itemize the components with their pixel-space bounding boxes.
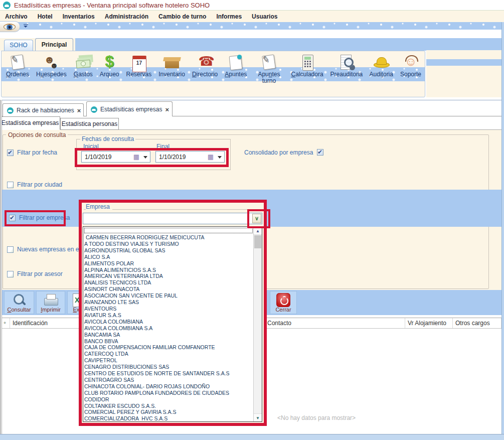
company-list-item[interactable]: CAJA DE COMPENSACION FAMILIAR COMFANORTE — [84, 344, 253, 351]
filtrar-empresa-checkbox[interactable] — [9, 215, 16, 221]
window-right-edge — [501, 22, 504, 434]
scroll-down-icon[interactable] — [254, 413, 262, 421]
menu-item[interactable]: Cambio de turno — [153, 13, 211, 20]
ribbon-button[interactable]: Directorio — [189, 51, 221, 78]
filtrar-ciudad-checkbox[interactable] — [7, 182, 14, 188]
company-list-item[interactable]: CENTROAGRO SAS — [84, 377, 253, 383]
company-list-item[interactable]: CENTRO DE ESTUDIOS DE NORTE DE SANTANDER… — [84, 370, 253, 377]
close-icon[interactable]: × — [165, 106, 169, 113]
menu-item[interactable]: Inventarios — [58, 13, 100, 20]
dropdown-arrow-icon[interactable] — [218, 156, 222, 161]
app-window: Estadísiticas empresas - Ventana princip… — [0, 0, 504, 440]
company-list-item[interactable]: CAVIPETROL — [84, 357, 253, 364]
toolbar-dropdown-arrow-icon[interactable] — [24, 24, 28, 28]
company-list-item[interactable]: CODIDOR — [84, 396, 253, 403]
empresa-combo-input[interactable] — [85, 214, 246, 223]
ribbon-button-label: Apuntes turno — [254, 71, 284, 84]
company-list-item[interactable]: A TODO DESTINO VIAJES Y TURISMO — [84, 241, 253, 247]
ribbon-button[interactable]: Reservas — [123, 51, 155, 78]
fecha-final-input[interactable] — [159, 153, 198, 161]
fecha-inicial-field[interactable] — [81, 151, 150, 163]
nuevas-empresas-checkbox[interactable] — [7, 246, 14, 253]
company-list-item[interactable]: COMERCIALIZADORA HVC S.A.S — [84, 415, 253, 421]
printer-icon — [43, 292, 59, 308]
ribbon-button[interactable]: Calculadora — [288, 51, 327, 78]
menu-item[interactable]: Hotel — [33, 13, 58, 20]
doc-tab-estadisticas[interactable]: Estadísiticas empresas × — [86, 101, 173, 117]
company-list-item[interactable]: CHINACOTA COLONIAL- DARIO ROJAS LONDOÑO — [84, 383, 253, 390]
menu-item[interactable]: Administración — [100, 13, 153, 20]
menu-item[interactable]: Usuarios — [247, 13, 282, 20]
consultar-button[interactable]: Consultar — [4, 291, 34, 314]
column-otros-cargos[interactable]: Otros cargos — [453, 318, 501, 328]
orders-notepad-icon — [9, 54, 26, 71]
consolidado-checkbox[interactable] — [317, 149, 323, 156]
company-list-item[interactable]: AVICOLA COLOMBIANA — [84, 319, 253, 325]
ribbon-button-label: Apuntes — [225, 71, 247, 78]
imprimir-button[interactable]: Imprimir — [36, 291, 65, 314]
empresa-combobox[interactable] — [83, 213, 262, 224]
company-list-item[interactable]: CENAGRO DISTRIBUCIONES SAS — [84, 364, 253, 370]
company-list-item[interactable]: CLUB ROTARIO PAMPLONA FUNDADORES DE CIUD… — [84, 390, 253, 396]
company-list-item[interactable]: ALIMENTOS POLAR — [84, 260, 253, 267]
scroll-up-icon[interactable] — [254, 227, 262, 235]
doc-tab-rack[interactable]: Rack de habitaciones × — [3, 103, 84, 117]
ribbon-button[interactable]: Apuntes turno — [250, 51, 287, 84]
company-list-item[interactable]: ASOCIACION SAN VICENTE DE PAUL — [84, 292, 253, 299]
filtrar-asesor-checkbox[interactable] — [7, 271, 14, 277]
ribbon-button[interactable]: Gastos — [70, 51, 96, 78]
company-list-item[interactable]: ANALISIS TECNICOS LTDA — [84, 279, 253, 286]
list-scrollbar[interactable] — [253, 227, 262, 421]
fecha-final-field[interactable] — [155, 151, 225, 163]
cerrar-button[interactable]: Cerrar — [270, 291, 297, 314]
ribbon-button[interactable]: Auditoria — [366, 51, 397, 78]
company-list-item[interactable]: AVIATUR S.A.S — [84, 312, 253, 319]
company-list-item[interactable]: BANCO BBVA — [84, 338, 253, 345]
ribbon-button[interactable]: Preauditoria — [327, 51, 366, 78]
tab-estadistica-empresas[interactable]: Estadística empresas — [0, 116, 60, 130]
menu-item[interactable]: Archivo — [0, 13, 33, 20]
company-list-item[interactable]: BANCAMIA SA — [84, 332, 253, 338]
company-list-item[interactable]: AVANZANDO LTE SAS — [84, 299, 253, 306]
company-list-item[interactable]: ALPINA ALIMENTICIOS S.A.S — [84, 267, 253, 273]
ribbon-button[interactable]: Apuntes — [221, 51, 250, 78]
ribbon-button[interactable]: Inventario — [155, 51, 189, 78]
chevron-down-icon[interactable] — [252, 214, 261, 223]
tab-soho[interactable]: SOHO — [4, 40, 33, 51]
doc-tab-icon — [7, 107, 14, 114]
doc-tab-label: Estadísiticas empresas — [100, 106, 162, 113]
company-list-item[interactable]: AGROINDUSTRIAL GLOBAL SAS — [84, 247, 253, 254]
reservations-calendar-icon — [130, 54, 147, 71]
ribbon-button[interactable]: Arqueo — [96, 51, 123, 78]
company-list-item[interactable]: COMERCIAL PEREZ Y GAVIRIA S.A.S — [84, 409, 253, 415]
calendar-icon[interactable] — [133, 153, 139, 161]
company-list-item[interactable]: ASINORT CHINACOTA — [84, 286, 253, 292]
empty-list-item-selected[interactable] — [84, 228, 253, 233]
ribbon-button[interactable]: Ordenes — [3, 51, 33, 78]
fecha-inicial-input[interactable] — [85, 153, 124, 161]
dropdown-arrow-icon[interactable] — [143, 156, 147, 161]
tab-principal[interactable]: Principal — [35, 38, 73, 51]
ribbon-button[interactable]: Soporte — [397, 51, 425, 78]
company-list-item[interactable]: AVICOLA COLOMBIANA S.A — [84, 325, 253, 332]
empresa-dropdown-list: CARMEN BECERRA RODRIGUEZ MEDICUCUTA A TO… — [83, 226, 262, 422]
final-label: Final — [156, 143, 170, 150]
filtrar-fecha-checkbox[interactable] — [7, 150, 14, 156]
company-list-item[interactable]: ALICO S.A — [84, 254, 253, 260]
guests-people-icon — [43, 54, 60, 71]
ribbon-button[interactable]: Huespedes — [33, 51, 70, 78]
company-list-item[interactable]: COLTANKER ESCUDO S.A.S. — [84, 403, 253, 409]
company-list-item[interactable]: AVENTOURS — [84, 306, 253, 312]
fechas-group-label: Fechas de consulta — [80, 135, 135, 142]
menu-item[interactable]: Informes — [211, 13, 247, 20]
close-icon[interactable]: × — [77, 107, 81, 114]
power-close-icon — [275, 292, 291, 308]
company-list-item[interactable]: CATERCOQ LTDA — [84, 351, 253, 357]
company-list-item[interactable]: AMERICAN VETERINARIA LTDA — [84, 273, 253, 279]
eye-view-button[interactable] — [0, 21, 20, 32]
calendar-icon[interactable] — [208, 153, 214, 161]
scrollbar-thumb[interactable] — [254, 235, 261, 248]
column-vr-alojamiento[interactable]: Vr Alojamiento — [405, 318, 453, 328]
tab-estadistica-personas[interactable]: Estadística personas — [60, 118, 119, 130]
company-list-item[interactable]: CARMEN BECERRA RODRIGUEZ MEDICUCUTA — [84, 234, 253, 241]
